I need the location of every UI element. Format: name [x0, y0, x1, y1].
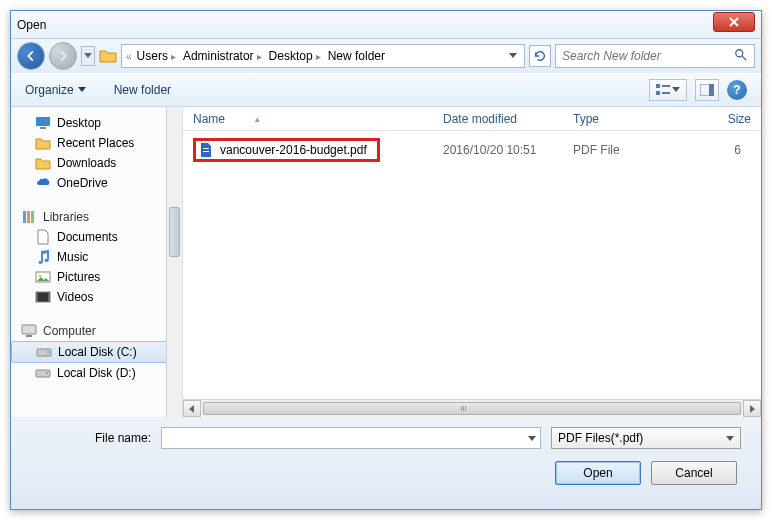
body-area: Desktop Recent Places Downloads OneDrive… [11, 107, 761, 417]
breadcrumb-segment: Desktop▸ [267, 48, 323, 64]
preview-pane-button[interactable] [695, 79, 719, 101]
chevron-right-icon: ▸ [171, 51, 176, 62]
downloads-icon [35, 155, 51, 171]
chevron-down-icon [84, 53, 92, 59]
tree-item-desktop[interactable]: Desktop [11, 113, 182, 133]
chevron-right-icon: ▸ [257, 51, 262, 62]
scrollbar-thumb[interactable] [203, 402, 741, 415]
scroll-right-button[interactable] [743, 400, 761, 417]
breadcrumb-dropdown[interactable] [506, 49, 520, 63]
svg-rect-4 [656, 91, 660, 95]
computer-icon [21, 323, 37, 339]
search-input[interactable] [562, 49, 734, 63]
svg-rect-2 [656, 84, 660, 88]
tree-item-onedrive[interactable]: OneDrive [11, 173, 182, 193]
scroll-left-button[interactable] [183, 400, 201, 417]
column-headers: Name▴ Date modified Type Size [183, 107, 761, 131]
tree-item-documents[interactable]: Documents [11, 227, 182, 247]
svg-rect-3 [662, 85, 670, 87]
tree-item-videos[interactable]: Videos [11, 287, 182, 307]
desktop-icon [35, 115, 51, 131]
pictures-icon [35, 269, 51, 285]
svg-rect-11 [27, 211, 30, 223]
cancel-button[interactable]: Cancel [651, 461, 737, 485]
file-type: PDF File [573, 143, 673, 157]
file-list[interactable]: vancouver-2016-budget.pdf 2016/10/20 10:… [183, 131, 761, 399]
svg-rect-22 [36, 370, 50, 377]
svg-rect-9 [40, 127, 46, 129]
svg-rect-17 [48, 292, 50, 302]
tree-item-recent-places[interactable]: Recent Places [11, 133, 182, 153]
svg-rect-18 [22, 325, 36, 334]
documents-icon [35, 229, 51, 245]
svg-point-23 [46, 372, 48, 374]
horizontal-scrollbar[interactable] [183, 399, 761, 417]
tree-item-music[interactable]: Music [11, 247, 182, 267]
close-icon [729, 17, 739, 27]
navigation-tree[interactable]: Desktop Recent Places Downloads OneDrive… [11, 107, 183, 417]
music-icon [35, 249, 51, 265]
arrow-right-icon [56, 49, 70, 63]
column-type[interactable]: Type [573, 112, 673, 126]
search-icon [734, 48, 748, 65]
onedrive-icon [35, 175, 51, 191]
preview-pane-icon [700, 84, 714, 96]
help-icon: ? [733, 83, 740, 97]
file-size: 6 [673, 143, 751, 157]
column-name[interactable]: Name▴ [193, 112, 443, 126]
history-dropdown[interactable] [81, 46, 95, 66]
tree-scrollbar[interactable] [166, 107, 182, 417]
titlebar: Open [11, 11, 761, 39]
column-date-modified[interactable]: Date modified [443, 112, 573, 126]
forward-button[interactable] [49, 42, 77, 70]
caret-left-icon [189, 405, 195, 413]
new-folder-button[interactable]: New folder [114, 83, 171, 97]
tree-header-computer[interactable]: Computer [11, 321, 182, 341]
close-button[interactable] [713, 12, 755, 32]
tree-item-local-disk-c[interactable]: Local Disk (C:) [11, 341, 182, 363]
chevron-down-icon [726, 436, 734, 442]
filename-combobox[interactable] [161, 427, 541, 449]
file-row[interactable]: vancouver-2016-budget.pdf 2016/10/20 10:… [193, 139, 751, 161]
filename-input[interactable] [166, 431, 528, 445]
file-type-filter[interactable]: PDF Files(*.pdf) [551, 427, 741, 449]
toolbar: Organize New folder ? [11, 73, 761, 107]
svg-rect-8 [36, 117, 50, 126]
tree-item-local-disk-d[interactable]: Local Disk (D:) [11, 363, 182, 383]
view-options-button[interactable] [649, 79, 687, 101]
svg-line-1 [742, 55, 746, 59]
breadcrumb-bar[interactable]: « Users▸ Administrator▸ Desktop▸ New fol… [121, 44, 525, 68]
breadcrumb-segment: Users▸ [135, 48, 178, 64]
chevron-down-icon [528, 436, 536, 442]
filename-label: File name: [31, 431, 151, 445]
breadcrumb-segment: Administrator▸ [181, 48, 264, 64]
tree-item-downloads[interactable]: Downloads [11, 153, 182, 173]
chevron-down-icon [672, 87, 680, 93]
tree-header-libraries[interactable]: Libraries [11, 207, 182, 227]
refresh-icon [533, 49, 547, 63]
back-button[interactable] [17, 42, 45, 70]
sort-indicator-icon: ▴ [255, 114, 260, 124]
folder-icon [99, 48, 117, 64]
arrow-left-icon [24, 49, 38, 63]
libraries-icon [21, 209, 37, 225]
tree-item-pictures[interactable]: Pictures [11, 267, 182, 287]
breadcrumb-prefix: « [126, 51, 132, 62]
filename-dropdown[interactable] [528, 431, 536, 445]
help-button[interactable]: ? [727, 80, 747, 100]
videos-icon [35, 289, 51, 305]
scrollbar-thumb[interactable] [169, 207, 180, 257]
refresh-button[interactable] [529, 45, 551, 67]
drive-icon [35, 365, 51, 381]
open-button[interactable]: Open [555, 461, 641, 485]
open-file-dialog: Open « Users▸ Administrator▸ Desktop▸ Ne… [10, 10, 762, 510]
svg-rect-19 [26, 335, 32, 337]
column-size[interactable]: Size [673, 112, 761, 126]
recent-icon [35, 135, 51, 151]
file-name: vancouver-2016-budget.pdf [220, 143, 367, 157]
search-box[interactable] [555, 44, 755, 68]
scrollbar-track[interactable] [201, 400, 743, 417]
navigation-bar: « Users▸ Administrator▸ Desktop▸ New fol… [11, 39, 761, 73]
caret-right-icon [749, 405, 755, 413]
organize-menu[interactable]: Organize [25, 83, 86, 97]
